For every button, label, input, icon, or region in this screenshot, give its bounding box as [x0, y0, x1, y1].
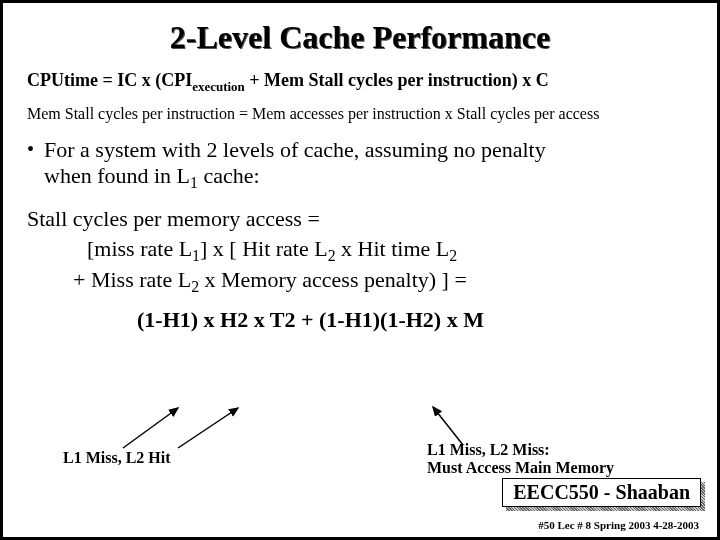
cpu-eq-sub: execution — [192, 79, 245, 94]
cputime-equation: CPUtime = IC x (CPIexecution + Mem Stall… — [27, 70, 693, 95]
svg-line-0 — [123, 408, 178, 448]
bullet-dot: • — [27, 137, 34, 192]
svg-line-1 — [178, 408, 238, 448]
final-equation: (1-H1) x H2 x T2 + (1-H1)(1-H2) x M — [137, 307, 693, 333]
ann-right-2: Must Access Main Memory — [427, 459, 614, 476]
footer-box: EECC550 - Shaaban — [502, 478, 701, 507]
bullet-text: For a system with 2 levels of cache, ass… — [44, 137, 546, 192]
bullet-sub: 1 — [190, 174, 198, 191]
bullet-line-b: when found in L — [44, 163, 190, 188]
footer-label: EECC550 - Shaaban — [502, 478, 701, 507]
bullet-item: • For a system with 2 levels of cache, a… — [27, 137, 693, 192]
sl1-s3: 2 — [449, 247, 457, 264]
sl2-s1: 2 — [191, 279, 199, 296]
page-title: 2-Level Cache Performance — [27, 19, 693, 56]
annotation-right: L1 Miss, L2 Miss: Must Access Main Memor… — [427, 441, 614, 476]
annotation-left: L1 Miss, L2 Hit — [63, 449, 171, 467]
sl2-b: x Memory access penalty) ] = — [199, 267, 467, 292]
sl1-s1: 1 — [192, 247, 200, 264]
sl2-a: + Miss rate L — [73, 267, 191, 292]
cpu-eq-b: + Mem Stall cycles per instruction) x C — [245, 70, 549, 90]
sl1-s2: 2 — [328, 247, 336, 264]
ann-right-1: L1 Miss, L2 Miss: — [427, 441, 550, 458]
bullet-line-c: cache: — [198, 163, 260, 188]
memstall-equation: Mem Stall cycles per instruction = Mem a… — [27, 105, 693, 123]
bullet-line-a: For a system with 2 levels of cache, ass… — [44, 137, 546, 162]
stall-heading: Stall cycles per memory access = — [27, 206, 693, 232]
sl1-a: [miss rate L — [87, 236, 192, 261]
sl1-c: x Hit time L — [336, 236, 450, 261]
cpu-eq-a: CPUtime = IC x (CPI — [27, 70, 192, 90]
sl1-b: ] x [ Hit rate L — [200, 236, 328, 261]
svg-line-2 — [433, 407, 463, 445]
slide-number-footer: #50 Lec # 8 Spring 2003 4-28-2003 — [538, 519, 699, 531]
slide: 2-Level Cache Performance CPUtime = IC x… — [0, 0, 720, 540]
stall-line-2: + Miss rate L2 x Memory access penalty) … — [73, 267, 693, 296]
stall-line-1: [miss rate L1] x [ Hit rate L2 x Hit tim… — [87, 236, 693, 265]
